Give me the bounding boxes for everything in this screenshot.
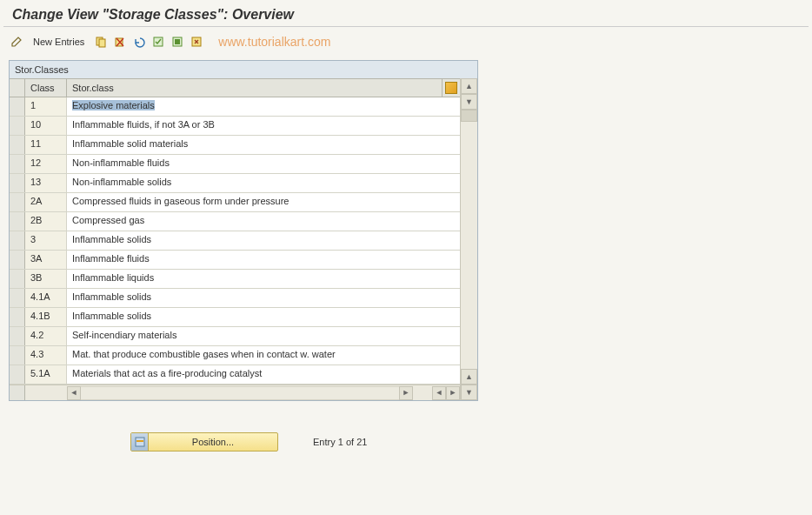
copy-as-icon[interactable] xyxy=(93,34,109,50)
scroll-down-step-button[interactable]: ▼ xyxy=(461,94,477,110)
cell-class[interactable]: 2B xyxy=(25,212,67,231)
row-handle[interactable] xyxy=(10,327,25,345)
table-row[interactable]: 10Inflammable fluids, if not 3A or 3B xyxy=(10,117,460,136)
table-row[interactable]: 3AInflammable fluids xyxy=(10,251,460,270)
deselect-all-icon[interactable] xyxy=(189,34,204,50)
toggle-change-icon[interactable] xyxy=(9,34,24,50)
row-pad xyxy=(443,346,460,365)
scroll-down-button[interactable]: ▼ xyxy=(461,385,477,400)
row-handle[interactable] xyxy=(10,136,25,154)
cell-desc[interactable]: Inflammable liquids xyxy=(67,270,443,288)
row-handle[interactable] xyxy=(10,117,25,135)
row-handle[interactable] xyxy=(10,251,25,269)
hscroll-track[interactable] xyxy=(81,386,399,400)
table-row[interactable]: 4.3Mat. that produce combustible gases w… xyxy=(10,346,460,365)
cell-class[interactable]: 4.1B xyxy=(25,308,67,326)
cell-desc[interactable]: Inflammable solids xyxy=(67,231,443,250)
table-config-icon xyxy=(445,82,457,94)
row-handle[interactable] xyxy=(10,365,25,384)
cell-desc[interactable]: Inflammable fluids xyxy=(67,251,443,269)
select-block-icon[interactable] xyxy=(170,34,185,50)
column-header-class[interactable]: Class xyxy=(25,79,67,97)
cell-desc[interactable]: Inflammable solids xyxy=(67,308,443,326)
table-header: Class Stor.class xyxy=(10,78,460,97)
position-button[interactable]: Position... xyxy=(130,432,278,451)
delete-icon[interactable] xyxy=(112,34,128,50)
cell-desc[interactable]: Explosive materials xyxy=(67,97,443,116)
watermark: www.tutorialkart.com xyxy=(218,35,330,49)
svg-rect-1 xyxy=(99,39,105,47)
position-icon xyxy=(131,433,149,451)
scroll-right-button-2[interactable]: ► xyxy=(446,386,460,400)
table-row[interactable]: 13Non-inflammable solids xyxy=(10,174,460,193)
new-entries-button[interactable]: New Entries xyxy=(28,35,90,49)
vscroll-track[interactable] xyxy=(461,122,477,369)
cell-desc-text: Mat. that produce combustible gases when… xyxy=(72,349,336,359)
column-header-desc[interactable]: Stor.class xyxy=(67,79,443,97)
vscroll-thumb[interactable] xyxy=(461,110,477,122)
cell-desc[interactable]: Compressed fluids in gaseous form under … xyxy=(67,193,443,211)
row-handle[interactable] xyxy=(10,289,25,307)
scroll-left-button-2[interactable]: ◄ xyxy=(432,386,446,400)
cell-class[interactable]: 10 xyxy=(25,117,67,135)
cell-class[interactable]: 13 xyxy=(25,174,67,192)
table-row[interactable]: 5.1AMaterials that act as a fire-produci… xyxy=(10,365,460,385)
entry-counter: Entry 1 of 21 xyxy=(313,437,367,447)
row-pad xyxy=(443,193,460,211)
vertical-scrollbar[interactable]: ▲ ▼ ▲ ▼ xyxy=(460,78,477,400)
table-row[interactable]: 11Inflammable solid materials xyxy=(10,136,460,155)
cell-class[interactable]: 12 xyxy=(25,155,67,173)
cell-desc[interactable]: Inflammable solids xyxy=(67,289,443,307)
table-panel: Stor.Classes Class Stor.class 1Explosive… xyxy=(9,60,478,401)
cell-desc[interactable]: Non-inflammable fluids xyxy=(67,155,443,173)
cell-desc[interactable]: Compressed gas xyxy=(67,212,443,231)
cell-desc[interactable]: Inflammable fluids, if not 3A or 3B xyxy=(67,117,443,135)
cell-desc[interactable]: Inflammable solid materials xyxy=(67,136,443,154)
cell-class[interactable]: 4.1A xyxy=(25,289,67,307)
cell-desc[interactable]: Mat. that produce combustible gases when… xyxy=(67,346,443,365)
cell-desc[interactable]: Self-incendiary materials xyxy=(67,327,443,345)
scroll-left-button[interactable]: ◄ xyxy=(67,386,81,400)
scroll-right-button[interactable]: ► xyxy=(399,386,413,400)
cell-desc[interactable]: Non-inflammable solids xyxy=(67,174,443,192)
cell-class[interactable]: 5.1A xyxy=(25,365,67,384)
cell-class[interactable]: 3A xyxy=(25,251,67,269)
horizontal-scrollbar[interactable]: ◄ ► ◄ ► xyxy=(10,385,460,400)
row-handle[interactable] xyxy=(10,97,25,116)
table-row[interactable]: 4.2Self-incendiary materials xyxy=(10,327,460,346)
cell-class[interactable]: 2A xyxy=(25,193,67,211)
row-handle[interactable] xyxy=(10,308,25,326)
cell-class[interactable]: 3 xyxy=(25,231,67,250)
cell-class[interactable]: 11 xyxy=(25,136,67,154)
row-handle[interactable] xyxy=(10,346,25,365)
select-all-icon[interactable] xyxy=(150,34,166,50)
row-handle[interactable] xyxy=(10,270,25,288)
scroll-up-step-button[interactable]: ▲ xyxy=(461,369,477,385)
cell-class[interactable]: 4.2 xyxy=(25,327,67,345)
cell-class[interactable]: 1 xyxy=(25,97,67,116)
row-handle[interactable] xyxy=(10,155,25,173)
table-row[interactable]: 3Inflammable solids xyxy=(10,231,460,251)
scroll-up-button[interactable]: ▲ xyxy=(461,78,477,94)
row-pad xyxy=(443,365,460,384)
undo-change-icon[interactable] xyxy=(131,34,147,50)
table-row[interactable]: 4.1BInflammable solids xyxy=(10,308,460,327)
row-handle[interactable] xyxy=(10,193,25,211)
table-row[interactable]: 1Explosive materials xyxy=(10,97,460,117)
table-row[interactable]: 2ACompressed fluids in gaseous form unde… xyxy=(10,193,460,212)
cell-desc-text: Inflammable solids xyxy=(72,311,151,321)
cell-desc[interactable]: Materials that act as a fire-producing c… xyxy=(67,365,443,384)
table-row[interactable]: 2BCompressed gas xyxy=(10,212,460,231)
cell-class[interactable]: 4.3 xyxy=(25,346,67,365)
row-pad xyxy=(443,289,460,307)
table-row[interactable]: 3BInflammable liquids xyxy=(10,270,460,289)
row-handle[interactable] xyxy=(10,174,25,192)
table-row[interactable]: 4.1AInflammable solids xyxy=(10,289,460,308)
row-handle[interactable] xyxy=(10,231,25,250)
row-handle[interactable] xyxy=(10,212,25,231)
cell-class[interactable]: 3B xyxy=(25,270,67,288)
row-pad xyxy=(443,231,460,250)
table-config-button[interactable] xyxy=(443,79,460,97)
table-row[interactable]: 12Non-inflammable fluids xyxy=(10,155,460,174)
svg-rect-5 xyxy=(175,39,180,44)
